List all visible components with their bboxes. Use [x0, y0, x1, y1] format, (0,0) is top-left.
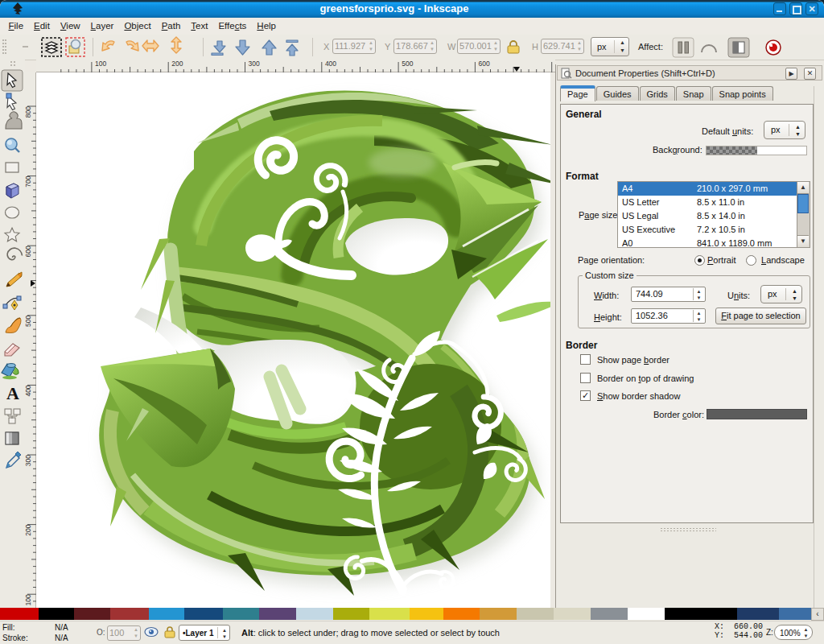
svg-text:W: W	[447, 42, 456, 52]
svg-text:600: 600	[479, 60, 490, 68]
svg-text:400: 400	[25, 385, 32, 396]
svg-text:100: 100	[95, 60, 106, 68]
svg-text:X: X	[323, 42, 330, 52]
svg-text:500: 500	[402, 60, 413, 68]
svg-text:Y: Y	[385, 42, 391, 52]
svg-text:A: A	[6, 383, 19, 403]
svg-text:300: 300	[25, 455, 32, 466]
svg-text:200: 200	[25, 524, 32, 535]
svg-text:400: 400	[325, 60, 336, 68]
svg-text:700: 700	[25, 175, 32, 187]
svg-text:300: 300	[249, 60, 260, 68]
svg-text:800: 800	[25, 106, 32, 118]
svg-text:H: H	[532, 42, 538, 52]
svg-text:500: 500	[25, 316, 32, 327]
svg-text:200: 200	[171, 60, 183, 68]
svg-text:600: 600	[25, 246, 32, 257]
svg-text:Affect:: Affect:	[638, 42, 663, 52]
svg-text:100: 100	[25, 594, 32, 605]
